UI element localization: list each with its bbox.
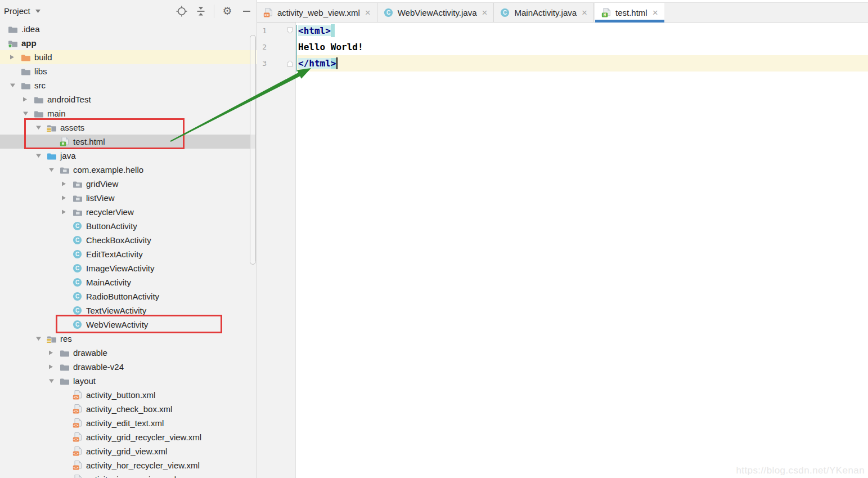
xml-file-icon: <>	[73, 404, 83, 414]
tab-bar: <>activity_web_view.xml×CWebViewActivity…	[257, 3, 868, 23]
tree-item-EditTextActivity[interactable]: CEditTextActivity	[0, 247, 257, 261]
code-area[interactable]: <html>Hello World!</html>	[298, 23, 868, 72]
tree-item-src[interactable]: src	[0, 78, 257, 92]
fold-marker-up-icon[interactable]	[286, 59, 294, 68]
tree-item-activity_image_view.xml[interactable]: <>activity_image_view.xml	[0, 472, 257, 478]
folder-icon	[21, 81, 32, 90]
tree-item-res[interactable]: res	[0, 332, 257, 346]
chevron-collapsed-icon[interactable]	[21, 96, 34, 102]
chevron-expanded-icon[interactable]	[47, 167, 60, 172]
tree-item-com.example.hello[interactable]: com.example.hello	[0, 163, 257, 177]
chevron-expanded-icon[interactable]	[34, 125, 47, 130]
tree-item-activity_check_box.xml[interactable]: <>activity_check_box.xml	[0, 402, 257, 416]
tree-item-label: drawable-v24	[73, 362, 127, 372]
chevron-expanded-icon[interactable]	[34, 336, 47, 341]
tree-item-drawable[interactable]: drawable	[0, 346, 257, 360]
tab-MainActivity.java[interactable]: CMainActivity.java×	[494, 3, 594, 22]
panel-scrollbar[interactable]	[250, 35, 256, 265]
svg-text:C: C	[75, 265, 79, 271]
tree-item-drawable-v24[interactable]: drawable-v24	[0, 360, 257, 374]
close-icon[interactable]: ×	[365, 8, 371, 17]
tree-item-main[interactable]: main	[0, 106, 257, 120]
tree-item-label: recyclerView	[86, 207, 137, 217]
hide-panel-icon[interactable]	[240, 5, 253, 17]
tree-item-CheckBoxActivity[interactable]: CCheckBoxActivity	[0, 233, 257, 247]
tree-item-libs[interactable]: libs	[0, 64, 257, 78]
folder-icon	[8, 24, 19, 34]
tree-item-MainActivity[interactable]: CMainActivity	[0, 275, 257, 289]
svg-text:H: H	[604, 12, 606, 17]
tree-item-activity_grid_view.xml[interactable]: <>activity_grid_view.xml	[0, 444, 257, 458]
tab-activity_web_view.xml[interactable]: <>activity_web_view.xml×	[257, 3, 377, 22]
tree-item-test.html[interactable]: Htest.html	[0, 135, 257, 149]
code-line-1[interactable]: <html>	[298, 23, 868, 39]
java-folder-icon	[47, 151, 57, 160]
class-icon: C	[73, 278, 83, 287]
package-folder-icon	[60, 165, 70, 175]
code-line-3[interactable]: </html>	[298, 55, 868, 72]
tree-item-WebViewActivity[interactable]: CWebViewActivity	[0, 318, 257, 332]
tab-label: test.html	[615, 8, 647, 17]
package-folder-icon	[73, 179, 83, 189]
close-icon[interactable]: ×	[582, 8, 587, 17]
code-line-2[interactable]: Hello World!	[298, 39, 868, 55]
tree-item-label: androidTest	[47, 95, 95, 104]
line-number: 1	[257, 23, 267, 39]
tree-item-label: RadioButtonActivity	[86, 292, 163, 301]
tree-item-activity_edit_text.xml[interactable]: <>activity_edit_text.xml	[0, 416, 257, 430]
code-token: <html>	[298, 25, 331, 36]
tree-item-recyclerView[interactable]: recyclerView	[0, 205, 257, 219]
tree-item-.idea[interactable]: .idea	[0, 22, 257, 36]
chevron-collapsed-icon[interactable]	[60, 181, 73, 187]
tree-item-label: app	[21, 38, 40, 48]
tree-item-label: drawable	[73, 348, 111, 358]
chevron-expanded-icon[interactable]	[21, 111, 34, 116]
tree-item-activity_grid_recycler_view.xml[interactable]: <>activity_grid_recycler_view.xml	[0, 430, 257, 444]
folder-icon	[21, 66, 32, 76]
tree-item-TextViewActivity[interactable]: CTextViewActivity	[0, 303, 257, 318]
tree-item-ImageViewActivity[interactable]: CImageViewActivity	[0, 261, 257, 275]
tree-item-androidTest[interactable]: androidTest	[0, 92, 257, 106]
chevron-collapsed-icon[interactable]	[47, 364, 60, 370]
tree-item-ButtonActivity[interactable]: CButtonActivity	[0, 219, 257, 233]
package-folder-icon	[73, 193, 83, 203]
chevron-expanded-icon[interactable]	[34, 153, 47, 158]
settings-gear-icon[interactable]: ⚙	[221, 5, 233, 17]
text-caret	[336, 57, 338, 69]
editor[interactable]: 123 <html>Hello World!</html> https://bl…	[257, 23, 868, 478]
close-icon[interactable]: ×	[482, 8, 488, 17]
chevron-collapsed-icon[interactable]	[8, 54, 21, 60]
tab-test.html[interactable]: Htest.html×	[595, 3, 664, 22]
tab-WebViewActivity.java[interactable]: CWebViewActivity.java×	[377, 3, 494, 22]
line-number: 3	[257, 55, 267, 72]
tree-item-activity_hor_recycler_view.xml[interactable]: <>activity_hor_recycler_view.xml	[0, 458, 257, 472]
chevron-collapsed-icon[interactable]	[60, 209, 73, 215]
locate-icon[interactable]	[176, 5, 188, 17]
code-token: Hello World!	[298, 42, 363, 52]
chevron-expanded-icon[interactable]	[8, 83, 21, 88]
folder-icon	[60, 362, 70, 372]
tree-item-label: activity_check_box.xml	[86, 404, 176, 414]
tree-item-activity_button.xml[interactable]: <>activity_button.xml	[0, 388, 257, 402]
tree-item-assets[interactable]: assets	[0, 120, 257, 135]
tree-item-RadioButtonActivity[interactable]: CRadioButtonActivity	[0, 289, 257, 303]
tree-item-label: activity_image_view.xml	[86, 475, 179, 478]
panel-title[interactable]: Project	[4, 6, 30, 16]
tree-item-app[interactable]: app	[0, 36, 257, 50]
chevron-expanded-icon[interactable]	[47, 378, 60, 383]
fold-marker-down-icon[interactable]	[286, 26, 294, 35]
tree-item-listView[interactable]: listView	[0, 191, 257, 205]
chevron-collapsed-icon[interactable]	[47, 350, 60, 356]
svg-text:C: C	[75, 223, 79, 229]
svg-text:C: C	[75, 279, 79, 285]
tree-item-label: listView	[86, 193, 118, 203]
close-icon[interactable]: ×	[653, 8, 658, 17]
tree-item-build[interactable]: build	[0, 50, 257, 64]
chevron-collapsed-icon[interactable]	[60, 195, 73, 201]
tree-item-layout[interactable]: layout	[0, 374, 257, 388]
tree-item-java[interactable]: java	[0, 149, 257, 163]
tree-item-gridView[interactable]: gridView	[0, 177, 257, 191]
tree-item-label: .idea	[21, 24, 43, 34]
collapse-all-icon[interactable]	[195, 5, 207, 17]
chevron-down-icon[interactable]	[35, 9, 41, 14]
